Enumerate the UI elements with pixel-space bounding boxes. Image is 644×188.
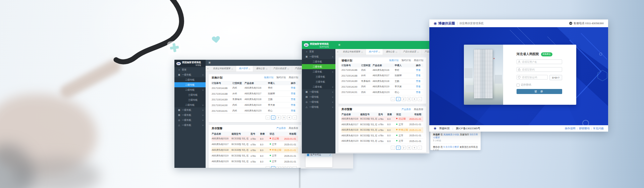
tab-close-icon[interactable]: ◎ [249,67,250,70]
link-instructions[interactable]: 操作说明 [565,127,576,130]
table-cell[interactable]: 查看 [285,109,298,112]
login-button[interactable]: 登 录 [517,89,562,94]
sidebar-item-二级导航[interactable]: 二级导航∧ [174,87,206,92]
link-highvalue-stock[interactable]: 高值库存 [289,127,298,130]
tab-product-category[interactable]: 产品分类设置◎ [400,49,422,55]
tab-notices[interactable]: 通知公告◎ [383,49,400,55]
sidebar-item-一级导航[interactable]: ◎一级导航∨ [174,117,206,123]
captcha-question[interactable]: 6+8=? [549,75,562,80]
table-cell[interactable]: 查看 [285,98,298,101]
sidebar-item-二级导航[interactable]: 二级导航 [174,77,206,82]
table-cell[interactable]: 查看 [411,80,423,83]
link-faq[interactable]: 常见问题 [593,127,604,130]
page-button[interactable]: 1 [396,146,400,150]
sidebar-item-三级导航[interactable]: 三级导航 [174,92,206,97]
page-button[interactable]: 3 [407,97,411,101]
table-cell[interactable]: 查看 [285,92,298,95]
hamburger-icon[interactable]: ≡ [209,61,211,64]
page-button[interactable]: 4 [412,146,417,150]
sidebar-item-一级导航[interactable]: ▤一级导航∨ [302,94,335,99]
link-requisition-plan[interactable]: 领用计划 [389,59,398,62]
pager-arrow[interactable]: ‹ [391,146,395,150]
pager-arrow[interactable]: ‹ [266,166,270,168]
sidebar-item-三级导航[interactable]: 三级导航 [302,79,335,84]
page-button[interactable]: 2 [276,115,281,120]
link-requisition-plan[interactable]: 领用计划 [264,76,273,79]
link-reservation-plan[interactable]: 预约计划 [401,59,411,62]
link-product-stock[interactable]: 产品库存 [401,108,411,111]
captcha-input[interactable] [517,75,548,80]
tab-user-management[interactable]: 用户管理◎ [366,49,383,55]
sidebar-item-二级导航[interactable]: 二级导航 [302,64,335,69]
link-reservation-plan[interactable]: 预约计划 [276,76,286,79]
pager-arrow[interactable]: › [418,97,422,101]
tab-product-outbound[interactable]: 产品出库◎ [422,49,429,55]
pager-arrow[interactable]: ‹ [266,115,270,120]
table-cell[interactable]: 查看 [411,91,423,94]
tab-close-icon[interactable]: ◎ [417,51,419,53]
pager-arrow[interactable]: ‹ [391,97,395,101]
page-button[interactable]: 4 [287,166,291,168]
tab-expiry-warning[interactable]: 资质证件效期预警◎ [340,49,366,55]
password-input[interactable] [517,67,562,72]
sidebar-item-首页[interactable]: ⌂首页 [174,67,206,72]
pager-arrow[interactable]: › [292,166,297,168]
hamburger-icon[interactable]: ≡ [338,43,340,47]
link-highvalue-stock[interactable]: 高值库存 [414,108,423,111]
feed-link[interactable]: 风驰精英小分队 [443,133,460,136]
page-button[interactable]: 4 [412,97,417,101]
pager-arrow[interactable]: › [292,115,297,120]
page-button[interactable]: 3 [282,166,286,168]
username-input[interactable] [517,59,562,64]
page-button[interactable]: 2 [401,97,406,101]
tab-close-icon[interactable]: ◎ [266,67,267,70]
tab-close-icon[interactable]: ◎ [231,67,233,70]
sidebar-item-一级导航[interactable]: ▤一级导航∨ [174,112,206,117]
feed-link[interactable]: 5 月日常小需求 [443,146,459,148]
table-cell[interactable]: 查看 [411,68,423,72]
sidebar-item-一级导航[interactable]: ◎一级导航∨ [302,99,335,104]
sidebar-item-一级导航[interactable]: △一级导航∨ [174,123,206,128]
table-cell[interactable]: 查看 [411,74,423,77]
page-button[interactable]: 3 [282,115,286,120]
link-key-driver[interactable]: 密钥驱动 [579,127,590,130]
tab-close-icon[interactable]: ◎ [395,51,397,53]
page-button[interactable]: 3 [407,146,411,150]
table-cell[interactable]: 查看 [285,86,298,90]
tab-notices[interactable]: 通知公告◎ [253,66,270,72]
sidebar-item-二级导航[interactable]: 二级导航∧ [302,69,335,74]
sidebar-item-一级导航[interactable]: ▣一级导航∧ [174,72,206,77]
tab-close-icon[interactable]: ◎ [287,67,289,70]
sidebar-item-一级导航[interactable]: ▦一级导航∨ [302,89,335,94]
tab-expiry-warning[interactable]: 资质证件效期预警◎ [210,66,236,72]
page-button[interactable]: 1 [271,115,275,120]
table-cell[interactable]: 查看 [411,85,423,88]
table-cell[interactable]: 查看 [285,103,298,107]
tab-close-icon[interactable]: ◎ [361,51,363,53]
sidebar-item-一级导航[interactable]: ▣一级导航∧ [302,54,335,59]
sidebar-item-一级导航[interactable]: ▦一级导航∨ [174,107,206,112]
tab-product-category[interactable]: 产品分类设置◎ [270,66,292,72]
link-product-stock[interactable]: 产品库存 [276,127,286,130]
collapse-tabs-icon[interactable]: « [335,49,340,55]
sidebar-item-三级导航[interactable]: 三级导航 [302,74,335,79]
pager-arrow[interactable]: › [418,146,422,150]
collapse-tabs-icon[interactable]: « [206,66,210,72]
page-button[interactable]: 4 [287,115,291,120]
remember-checkbox[interactable] [517,84,520,87]
tab-user-management[interactable]: 用户管理◎ [236,66,253,72]
page-button[interactable]: 1 [396,97,400,101]
link-highvalue-plan[interactable]: 高值计划 [289,76,298,79]
sidebar-item-一级导航[interactable]: △一级导航∨ [302,104,335,109]
sidebar-item-二级导航[interactable]: 二级导航 [174,82,206,87]
tab-close-icon[interactable]: ◎ [378,51,380,53]
sidebar-item-三级导航[interactable]: 三级导航 [174,97,206,102]
sidebar-item-二级导航[interactable]: 二级导航∨ [302,84,335,89]
sidebar-item-二级导航[interactable]: 二级导航 [302,59,335,64]
link-highvalue-plan[interactable]: 高值计划 [414,59,423,62]
page-button[interactable]: 1 [271,166,275,168]
sidebar-item-首页[interactable]: ⌂首页 [302,49,335,54]
page-button[interactable]: 2 [276,166,281,168]
sidebar-item-二级导航[interactable]: 二级导航∨ [174,102,206,107]
page-button[interactable]: 2 [401,146,406,150]
